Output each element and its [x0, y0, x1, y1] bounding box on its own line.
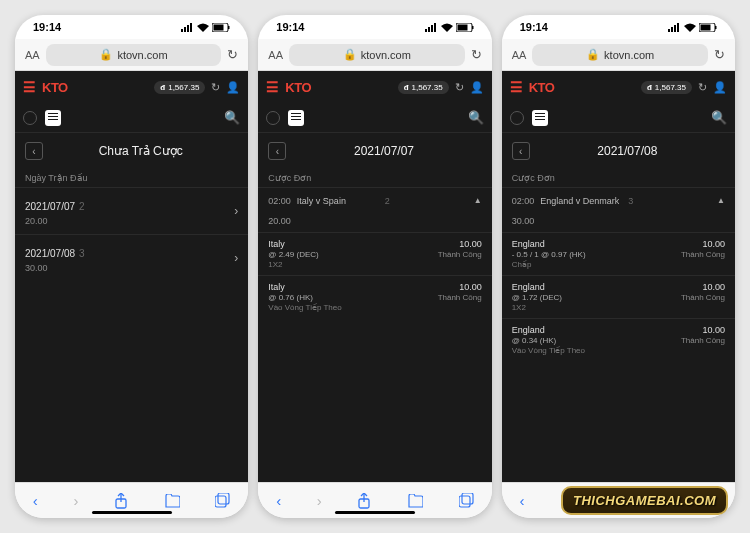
balance-display[interactable]: đ 1,567.35 [398, 81, 449, 94]
svg-rect-6 [228, 26, 230, 29]
balance-amount: 1,567.35 [168, 83, 199, 92]
kto-logo[interactable]: KTO [529, 80, 555, 95]
balance-amount: 1,567.35 [655, 83, 686, 92]
status-bar: 19:14 [502, 15, 735, 39]
search-icon[interactable]: 🔍 [224, 110, 240, 125]
user-icon[interactable]: 👤 [226, 81, 240, 94]
date-row[interactable]: 2021/07/083 30.00 › [15, 234, 248, 281]
tabs-row: 🔍 [15, 103, 248, 133]
back-button[interactable]: ‹ [25, 142, 43, 160]
status-bar: 19:14 [258, 15, 491, 39]
nav-back-icon[interactable]: ‹ [33, 492, 38, 509]
watermark: THICHGAMEBAI.COM [561, 486, 728, 515]
date-amount: 20.00 [25, 216, 234, 226]
back-button[interactable]: ‹ [268, 142, 286, 160]
status-time: 19:14 [276, 21, 304, 33]
kto-logo[interactable]: KTO [42, 80, 68, 95]
bet-status: Thành Công [681, 250, 725, 259]
lock-icon: 🔒 [99, 48, 113, 61]
bet-type: Vào Vòng Tiếp Theo [268, 303, 437, 312]
refresh-balance-button[interactable]: ↻ [211, 81, 220, 94]
reload-button[interactable]: ↻ [714, 47, 725, 62]
sports-tab-icon[interactable] [23, 111, 37, 125]
sports-tab-icon[interactable] [266, 111, 280, 125]
match-header[interactable]: 02:00 England v Denmark 3 ▲ [502, 187, 735, 214]
search-icon[interactable]: 🔍 [711, 110, 727, 125]
bet-stake: 10.00 [681, 239, 725, 249]
status-icons [181, 23, 230, 32]
chevron-right-icon: › [234, 251, 238, 265]
kto-logo[interactable]: KTO [285, 80, 311, 95]
balance-display[interactable]: đ 1,567.35 [154, 81, 205, 94]
bet-odds: @ 2.49 (DEC) [268, 250, 437, 259]
status-icons [425, 23, 474, 32]
menu-icon[interactable]: ☰ [510, 79, 523, 95]
menu-icon[interactable]: ☰ [23, 79, 36, 95]
menu-icon[interactable]: ☰ [266, 79, 279, 95]
balance-amount: 1,567.35 [412, 83, 443, 92]
nav-forward-icon[interactable]: › [73, 492, 78, 509]
svg-rect-5 [214, 24, 224, 30]
match-count: 2 [385, 196, 390, 206]
date-row[interactable]: 2021/07/072 20.00 › [15, 187, 248, 234]
refresh-balance-button[interactable]: ↻ [455, 81, 464, 94]
home-indicator[interactable] [335, 511, 415, 514]
browser-url-bar: AA 🔒 ktovn.com ↻ [258, 39, 491, 71]
url-field[interactable]: 🔒 ktovn.com [46, 44, 222, 66]
bet-row[interactable]: England - 0.5 / 1 @ 0.97 (HK) Chấp 10.00… [502, 232, 735, 275]
bet-stake: 10.00 [681, 282, 725, 292]
bet-row[interactable]: England @ 0.34 (HK) Vào Vòng Tiếp Theo 1… [502, 318, 735, 361]
betslip-tab-icon[interactable] [532, 110, 548, 126]
currency-symbol: đ [160, 83, 165, 92]
nav-back-icon[interactable]: ‹ [519, 492, 524, 509]
svg-rect-9 [215, 496, 226, 507]
svg-rect-12 [428, 27, 430, 32]
bet-team: England [512, 282, 681, 292]
tabs-row: 🔍 [502, 103, 735, 133]
bet-team: England [512, 325, 681, 335]
bet-row[interactable]: Italy @ 2.49 (DEC) 1X2 10.00 Thành Công [258, 232, 491, 275]
nav-back-icon[interactable]: ‹ [276, 492, 281, 509]
home-indicator[interactable] [92, 511, 172, 514]
page-title: 2021/07/07 [286, 144, 481, 158]
search-icon[interactable]: 🔍 [468, 110, 484, 125]
bookmarks-icon[interactable] [407, 494, 423, 508]
page-title-row: ‹ Chưa Trả Cược [15, 133, 248, 169]
reload-button[interactable]: ↻ [227, 47, 238, 62]
user-icon[interactable]: 👤 [713, 81, 727, 94]
balance-display[interactable]: đ 1,567.35 [641, 81, 692, 94]
text-size-button[interactable]: AA [512, 49, 527, 61]
reload-button[interactable]: ↻ [471, 47, 482, 62]
app-header: ☰ KTO đ 1,567.35 ↻ 👤 [15, 71, 248, 103]
user-icon[interactable]: 👤 [470, 81, 484, 94]
svg-rect-27 [700, 24, 710, 30]
bookmarks-icon[interactable] [164, 494, 180, 508]
text-size-button[interactable]: AA [268, 49, 283, 61]
url-field[interactable]: 🔒 ktovn.com [289, 44, 465, 66]
bet-odds: @ 0.34 (HK) [512, 336, 681, 345]
bet-row[interactable]: England @ 1.72 (DEC) 1X2 10.00 Thành Côn… [502, 275, 735, 318]
match-header[interactable]: 02:00 Italy v Spain 2 ▲ [258, 187, 491, 214]
refresh-balance-button[interactable]: ↻ [698, 81, 707, 94]
status-icons [668, 23, 717, 32]
betslip-tab-icon[interactable] [288, 110, 304, 126]
svg-rect-20 [459, 496, 470, 507]
bet-status: Thành Công [438, 293, 482, 302]
match-time: 02:00 [512, 196, 535, 206]
betslip-tab-icon[interactable] [45, 110, 61, 126]
share-icon[interactable] [114, 493, 128, 509]
url-domain: ktovn.com [117, 49, 167, 61]
share-icon[interactable] [357, 493, 371, 509]
url-field[interactable]: 🔒 ktovn.com [532, 44, 708, 66]
browser-url-bar: AA 🔒 ktovn.com ↻ [15, 39, 248, 71]
sports-tab-icon[interactable] [510, 111, 524, 125]
collapse-icon: ▲ [717, 196, 725, 205]
text-size-button[interactable]: AA [25, 49, 40, 61]
tabs-icon[interactable] [459, 493, 474, 508]
tabs-icon[interactable] [215, 493, 230, 508]
bet-row[interactable]: Italy @ 0.76 (HK) Vào Vòng Tiếp Theo 10.… [258, 275, 491, 318]
lock-icon: 🔒 [343, 48, 357, 61]
nav-forward-icon[interactable]: › [317, 492, 322, 509]
date-value: 2021/07/08 [25, 248, 75, 259]
back-button[interactable]: ‹ [512, 142, 530, 160]
